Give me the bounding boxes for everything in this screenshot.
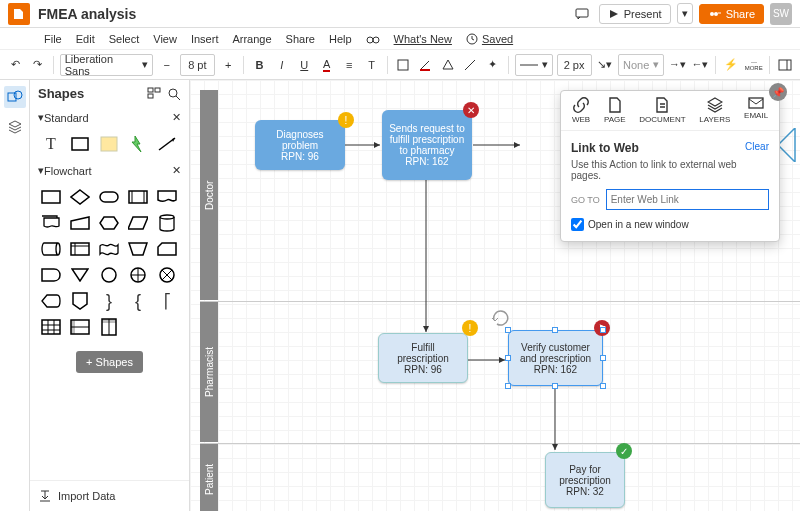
font-inc[interactable]: + xyxy=(219,54,237,76)
fc-display[interactable] xyxy=(40,291,62,311)
node-verify[interactable]: Verify customer and prescription RPN: 16… xyxy=(508,330,603,386)
warn-badge-icon[interactable]: ! xyxy=(462,320,478,336)
magic-button[interactable]: ✦ xyxy=(483,54,501,76)
arrow-start-select[interactable]: →▾ xyxy=(668,54,686,76)
rotate-handle-icon[interactable] xyxy=(490,308,510,326)
font-select[interactable]: Liberation Sans▾ xyxy=(60,54,154,76)
new-window-check-input[interactable] xyxy=(571,218,584,231)
more-button[interactable]: ⋯MORE xyxy=(744,54,762,76)
line-style-select[interactable]: ▾ xyxy=(515,54,553,76)
underline-button[interactable]: U xyxy=(295,54,313,76)
menu-arrange[interactable]: Arrange xyxy=(232,33,271,45)
tab-page[interactable]: PAGE xyxy=(604,97,626,124)
resize-handle[interactable] xyxy=(600,355,606,361)
fc-note[interactable]: ⎡ xyxy=(156,291,178,311)
web-link-input[interactable] xyxy=(606,189,769,210)
menu-share[interactable]: Share xyxy=(286,33,315,45)
fc-data[interactable] xyxy=(127,213,149,233)
node-pay[interactable]: Pay for prescription RPN: 32 xyxy=(545,452,625,508)
warn-badge-icon[interactable]: ! xyxy=(338,112,354,128)
add-shapes-button[interactable]: + Shapes xyxy=(76,351,143,373)
ok-badge-icon[interactable]: ✓ xyxy=(616,443,632,459)
text-shape[interactable]: T xyxy=(40,134,62,154)
font-dec[interactable]: − xyxy=(157,54,175,76)
shape-color-button[interactable] xyxy=(438,54,456,76)
resize-handle[interactable] xyxy=(552,327,558,333)
lane-doctor[interactable]: Doctor xyxy=(200,90,218,300)
resize-handle[interactable] xyxy=(505,355,511,361)
stroke-width[interactable]: 2 px xyxy=(557,54,592,76)
present-dropdown[interactable]: ▾ xyxy=(677,3,693,24)
fc-swimlane-h[interactable] xyxy=(69,317,91,337)
undo-button[interactable]: ↶ xyxy=(6,54,24,76)
fill-button[interactable] xyxy=(394,54,412,76)
fc-internal[interactable] xyxy=(69,239,91,259)
layers-mode-icon[interactable] xyxy=(4,116,26,138)
tab-web[interactable]: WEB xyxy=(572,97,590,124)
cat-flowchart[interactable]: Flowchart xyxy=(44,165,92,177)
node-diagnose[interactable]: Diagnoses problem RPN: 96 xyxy=(255,120,345,170)
cat-standard[interactable]: Standard xyxy=(44,112,89,124)
text-options-button[interactable]: T xyxy=(362,54,380,76)
menu-insert[interactable]: Insert xyxy=(191,33,219,45)
fc-swimlane-v[interactable] xyxy=(98,317,120,337)
fc-offpage[interactable] xyxy=(69,291,91,311)
arrow-left-select[interactable]: ↘▾ xyxy=(596,54,614,76)
menu-file[interactable]: File xyxy=(44,33,62,45)
tab-layers[interactable]: LAYERS xyxy=(699,97,730,124)
close-icon[interactable]: ✕ xyxy=(172,111,181,124)
line-button[interactable] xyxy=(461,54,479,76)
redo-button[interactable]: ↷ xyxy=(28,54,46,76)
fc-sum[interactable] xyxy=(156,265,178,285)
rect-shape[interactable] xyxy=(69,134,91,154)
italic-button[interactable]: I xyxy=(273,54,291,76)
fc-brace-open[interactable]: } xyxy=(98,291,120,311)
font-size[interactable]: 8 pt xyxy=(180,54,215,76)
resize-handle[interactable] xyxy=(552,383,558,389)
new-window-checkbox[interactable]: Open in a new window xyxy=(571,218,769,231)
decision-partial[interactable] xyxy=(778,128,800,162)
whats-new-link[interactable]: What's New xyxy=(394,33,452,45)
resize-handle[interactable] xyxy=(505,327,511,333)
node-fulfill[interactable]: Fulfill prescription RPN: 96 xyxy=(378,333,468,383)
pin-icon[interactable]: 📌 xyxy=(769,83,787,101)
shape-lib-icon[interactable] xyxy=(147,87,161,101)
tab-email[interactable]: EMAIL xyxy=(744,97,768,124)
fc-harddisk[interactable] xyxy=(40,239,62,259)
resize-handle[interactable] xyxy=(600,327,606,333)
present-button[interactable]: Present xyxy=(599,4,671,24)
text-color-button[interactable]: A xyxy=(317,54,335,76)
shapes-mode-icon[interactable] xyxy=(4,86,26,108)
fc-predef[interactable] xyxy=(127,187,149,207)
lane-pharmacist[interactable]: Pharmacist xyxy=(200,302,218,442)
menu-help[interactable]: Help xyxy=(329,33,352,45)
lane-patient[interactable]: Patient xyxy=(200,444,218,511)
user-avatar[interactable]: SW xyxy=(770,3,792,25)
fc-database[interactable] xyxy=(156,213,178,233)
align-button[interactable]: ≡ xyxy=(340,54,358,76)
fc-or[interactable] xyxy=(127,265,149,285)
fc-merge[interactable] xyxy=(69,265,91,285)
note-shape[interactable] xyxy=(98,134,120,154)
node-send[interactable]: Sends request to fulfill prescription to… xyxy=(382,110,472,180)
line-end-select[interactable]: None▾ xyxy=(618,54,664,76)
fc-card[interactable] xyxy=(156,239,178,259)
tab-document[interactable]: DOCUMENT xyxy=(639,97,685,124)
line-shape[interactable] xyxy=(156,134,178,154)
menu-edit[interactable]: Edit xyxy=(76,33,95,45)
border-color-button[interactable] xyxy=(416,54,434,76)
fc-terminator[interactable] xyxy=(98,187,120,207)
panel-toggle[interactable] xyxy=(776,54,794,76)
doc-title[interactable]: FMEA analysis xyxy=(38,6,136,22)
resize-handle[interactable] xyxy=(505,383,511,389)
fc-delay[interactable] xyxy=(40,265,62,285)
import-data-button[interactable]: Import Data xyxy=(38,489,181,503)
close-icon[interactable]: ✕ xyxy=(172,164,181,177)
fc-document[interactable] xyxy=(156,187,178,207)
hotspot-shape[interactable] xyxy=(127,134,149,154)
feedback-icon[interactable] xyxy=(571,3,593,25)
fc-brace-close[interactable]: { xyxy=(127,291,149,311)
fc-tape[interactable] xyxy=(98,239,120,259)
clear-link[interactable]: Clear xyxy=(745,141,769,155)
bold-button[interactable]: B xyxy=(250,54,268,76)
